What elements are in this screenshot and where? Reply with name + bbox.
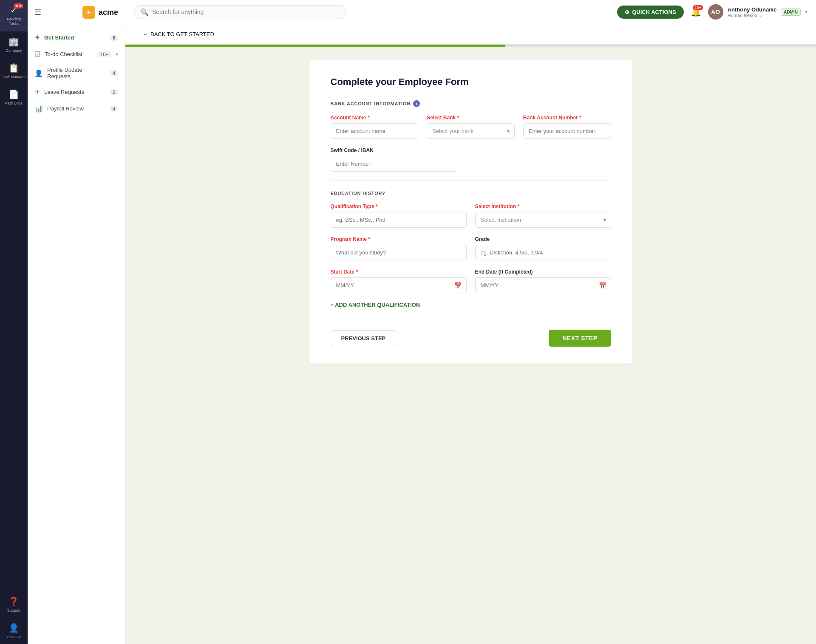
logo-icon: + — [82, 6, 95, 19]
notification-badge: 10+ — [693, 5, 703, 10]
leave-badge: 2 — [110, 89, 118, 95]
menu-item-payroll-review[interactable]: 📊 Payroll Review 4 — [28, 100, 125, 117]
get-started-icon: ✦ — [34, 34, 40, 42]
select-institution-group: Select Institution * Select Institution … — [475, 203, 611, 228]
select-bank-input[interactable]: Select your bank — [427, 123, 515, 139]
grade-input[interactable] — [475, 245, 611, 260]
admin-badge: ADMIN — [781, 8, 801, 16]
leave-icon: ✈ — [34, 88, 40, 96]
account-number-input[interactable] — [523, 123, 611, 139]
account-number-label: Bank Account Number * — [523, 115, 611, 121]
account-name-input[interactable] — [331, 123, 419, 139]
select-bank-group: Select Bank * Select your bank ▾ — [427, 115, 515, 139]
program-name-input[interactable] — [331, 245, 467, 260]
start-date-wrapper: 📅 — [331, 277, 467, 293]
profile-update-icon: 👤 — [34, 69, 43, 77]
user-info[interactable]: AO Anthony Odunaike Human Resou... ADMIN… — [708, 4, 808, 20]
menu-item-leave-requests[interactable]: ✈ Leave Requests 2 — [28, 84, 125, 100]
quick-actions-button[interactable]: ⊕ QUICK ACTIONS — [617, 6, 684, 19]
info-icon[interactable]: i — [413, 100, 420, 107]
sidebar-item-account[interactable]: 👤 Account — [5, 618, 23, 644]
menu-item-todo-checklist[interactable]: ☑ To-do Checklist 10+ ▾ — [28, 46, 125, 62]
company-label: Company — [6, 48, 22, 53]
sidebar-item-company[interactable]: 🏢 Company — [0, 31, 28, 58]
payroll-icon: 📊 — [34, 105, 43, 113]
padi-docs-label: Padi Docs — [5, 101, 23, 106]
end-date-wrapper: 📅 — [475, 277, 611, 293]
sidebar-item-support[interactable]: ❓ Support — [5, 591, 23, 618]
header-actions: ⊕ QUICK ACTIONS 🔔 10+ AO Anthony Odunaik… — [617, 4, 808, 20]
support-icon: ❓ — [8, 596, 19, 607]
account-label: Account — [7, 635, 21, 639]
form-card: Complete your Employee Form BANK ACCOUNT… — [309, 59, 632, 364]
menu-item-profile-update[interactable]: 👤 Profile Update Requests 4 — [28, 62, 125, 84]
icon-nav: ✓ Pending Tasks 10+ 🏢 Company 📋 Task Man… — [0, 0, 28, 644]
sidebar-item-task-manager[interactable]: 📋 Task Manager — [0, 58, 28, 85]
grade-label: Grade — [475, 236, 611, 242]
select-institution-wrapper: Select Institution ▾ — [475, 212, 611, 228]
next-step-button[interactable]: NEXT STEP — [549, 330, 611, 347]
user-chevron-icon: ▾ — [805, 9, 808, 15]
qualification-type-input[interactable] — [331, 212, 467, 228]
pending-tasks-label: Pending Tasks — [2, 17, 26, 26]
sidebar-menu: ✦ Get Started 6 ☑ To-do Checklist 10+ ▾ … — [28, 25, 125, 644]
main-area: 🔍 ⊕ QUICK ACTIONS 🔔 10+ AO Anthony Oduna… — [125, 0, 816, 644]
profile-update-badge: 4 — [110, 70, 118, 76]
previous-step-button[interactable]: PREVIOUS STEP — [331, 330, 397, 346]
swift-code-input[interactable] — [331, 156, 458, 172]
notifications-button[interactable]: 🔔 10+ — [691, 7, 701, 17]
menu-label-leave: Leave Requests — [44, 89, 105, 95]
padi-docs-icon: 📄 — [8, 89, 19, 99]
end-date-label: End Date (If Completed) — [475, 269, 611, 275]
select-institution-input[interactable]: Select Institution — [475, 212, 611, 228]
search-bar[interactable]: 🔍 — [134, 5, 346, 19]
select-institution-label: Select Institution * — [475, 203, 611, 209]
form-actions: PREVIOUS STEP NEXT STEP — [331, 321, 611, 347]
account-name-group: Account Name * — [331, 115, 419, 139]
todo-badge: 10+ — [97, 51, 111, 57]
chevron-down-icon: ▾ — [116, 51, 118, 57]
back-to-get-started-link[interactable]: ← BACK TO GET STARTED — [142, 31, 214, 37]
education-section-label: EDUCATION HISTORY — [331, 191, 611, 196]
bank-section-label: BANK ACCOUNT INFORMATION i — [331, 100, 611, 107]
start-date-input[interactable] — [331, 277, 467, 293]
task-manager-icon: 📋 — [8, 63, 19, 73]
education-row3: Start Date * 📅 End Date (If Completed) � — [331, 269, 611, 293]
swift-code-label: Swift Code / IBAN — [331, 147, 458, 153]
menu-label-payroll: Payroll Review — [47, 105, 105, 112]
bank-fields-row2: Swift Code / IBAN — [331, 147, 611, 172]
todo-icon: ☑ — [34, 50, 40, 58]
task-manager-label: Task Manager — [2, 75, 26, 79]
user-text: Anthony Odunaike Human Resou... — [728, 6, 777, 18]
logo-text: acme — [99, 8, 118, 17]
section-divider — [331, 180, 611, 181]
sidebar-item-pending-tasks[interactable]: ✓ Pending Tasks 10+ — [0, 0, 28, 31]
qualification-type-label: Qualification Type * — [331, 203, 467, 209]
menu-label-profile-update: Profile Update Requests — [47, 67, 105, 79]
plus-circle-icon: ⊕ — [625, 9, 629, 15]
form-wrapper: Complete your Employee Form BANK ACCOUNT… — [125, 47, 816, 385]
menu-label-get-started: Get Started — [44, 34, 105, 41]
avatar: AO — [708, 4, 723, 20]
select-bank-wrapper: Select your bank ▾ — [427, 123, 515, 139]
support-label: Support — [7, 608, 21, 613]
get-started-badge: 6 — [110, 35, 118, 41]
user-name: Anthony Odunaike — [728, 6, 777, 13]
search-input[interactable] — [152, 8, 340, 15]
sidebar-item-padi-docs[interactable]: 📄 Padi Docs — [0, 84, 28, 111]
menu-item-get-started[interactable]: ✦ Get Started 6 — [28, 29, 125, 46]
end-date-group: End Date (If Completed) 📅 — [475, 269, 611, 293]
education-row2: Program Name * Grade — [331, 236, 611, 260]
header: 🔍 ⊕ QUICK ACTIONS 🔔 10+ AO Anthony Oduna… — [125, 0, 816, 24]
swift-code-group: Swift Code / IBAN — [331, 147, 458, 172]
end-date-input[interactable] — [475, 277, 611, 293]
hamburger-menu[interactable]: ☰ — [34, 8, 41, 17]
account-name-label: Account Name * — [331, 115, 419, 121]
program-name-label: Program Name * — [331, 236, 467, 242]
education-row1: Qualification Type * Select Institution … — [331, 203, 611, 228]
account-number-group: Bank Account Number * — [523, 115, 611, 139]
menu-label-todo: To-do Checklist — [45, 51, 93, 57]
qualification-type-group: Qualification Type * — [331, 203, 467, 228]
payroll-badge: 4 — [110, 106, 118, 112]
add-qualification-button[interactable]: + ADD ANOTHER QUALIFICATION — [331, 302, 611, 308]
